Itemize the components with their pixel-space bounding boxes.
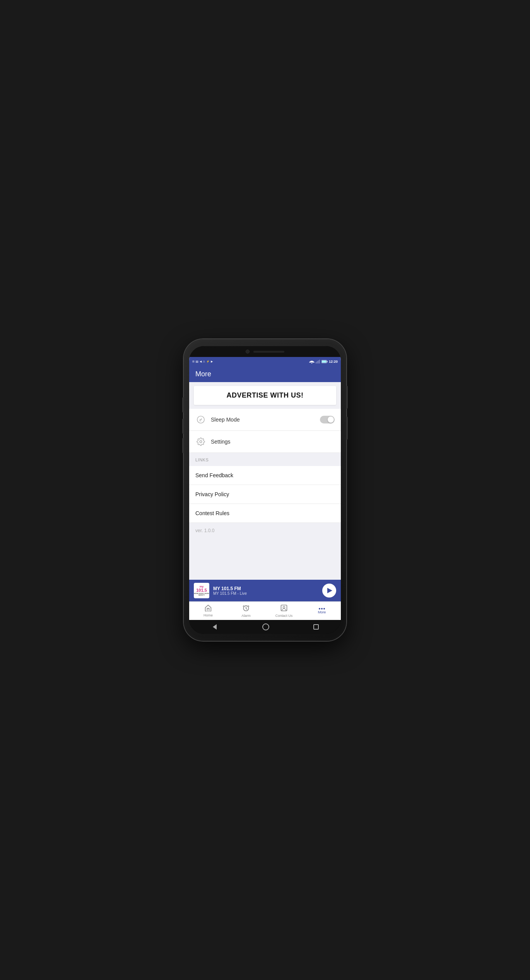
alarm-icon: [242, 604, 250, 613]
camera-dot: [246, 350, 250, 353]
play-icon: [327, 588, 332, 593]
send-feedback-item[interactable]: Send Feedback: [189, 466, 341, 485]
nav-item-contact-us[interactable]: Contact Us: [265, 602, 303, 620]
links-section-header: LINKS: [189, 453, 341, 466]
sleep-mode-item[interactable]: z z Sleep Mode: [189, 409, 341, 431]
bottom-nav: Home Alarm: [189, 601, 341, 620]
ad-banner[interactable]: ADVERTISE WITH US!: [194, 386, 336, 405]
nav-item-alarm[interactable]: Alarm: [227, 602, 265, 620]
sleep-mode-left: z z Sleep Mode: [195, 414, 240, 425]
settings-label: Settings: [211, 439, 231, 445]
svg-rect-3: [318, 360, 319, 364]
privacy-policy-item[interactable]: Privacy Policy: [189, 485, 341, 504]
nav-status-icon: ◀: [200, 360, 202, 363]
nav-label-home: Home: [203, 613, 213, 617]
status-right-icons: 12:20: [309, 360, 338, 364]
svg-rect-7: [322, 360, 326, 362]
contact-us-icon: [280, 604, 288, 613]
logo-line2: 101.5: [194, 588, 209, 592]
signal-icon: [316, 360, 320, 364]
links-heading: LINKS: [195, 458, 209, 462]
sleep-mode-label: Sleep Mode: [211, 417, 240, 423]
version-section: ver. 1.0.0: [189, 523, 341, 580]
status-time: 12:20: [329, 360, 338, 364]
home-icon: [204, 604, 212, 613]
svg-rect-2: [317, 361, 318, 364]
play-button[interactable]: [322, 584, 336, 598]
image-status-icon: 🖼: [196, 360, 198, 363]
logo-line1: my: [194, 585, 209, 588]
svg-rect-6: [327, 361, 328, 362]
svg-point-0: [311, 363, 312, 364]
battery-icon: [321, 360, 328, 364]
sleep-mode-icon: z z: [195, 414, 206, 425]
page-title: More: [195, 370, 211, 378]
nav-label-contact-us: Contact Us: [275, 614, 293, 618]
nav-item-more[interactable]: More: [303, 602, 341, 620]
svg-point-13: [283, 606, 285, 608]
station-logo: my 101.5 MORE MUSIC MORE VARIETY: [194, 583, 209, 598]
phone-screen: ⊞ 🖼 ◀ ⚠ ⚡ ▶: [189, 346, 341, 634]
station-subtitle: MY 101.5 FM - Live: [213, 591, 318, 596]
station-name: MY 101.5 FM: [213, 586, 318, 591]
status-left-icons: ⊞ 🖼 ◀ ⚠ ⚡ ▶: [192, 360, 213, 363]
station-info: MY 101.5 FM MY 101.5 FM - Live: [213, 586, 318, 596]
settings-item[interactable]: Settings: [189, 431, 341, 453]
now-playing-bar[interactable]: my 101.5 MORE MUSIC MORE VARIETY MY 101.…: [189, 580, 341, 601]
bolt-status-icon: ⚡: [206, 360, 210, 363]
screen: ⊞ 🖼 ◀ ⚠ ⚡ ▶: [189, 357, 341, 620]
send-feedback-label: Send Feedback: [195, 472, 233, 478]
svg-text:z: z: [201, 418, 202, 420]
recents-button[interactable]: [313, 624, 319, 630]
status-bar: ⊞ 🖼 ◀ ⚠ ⚡ ▶: [189, 357, 341, 366]
nav-label-alarm: Alarm: [241, 614, 251, 618]
version-text: ver. 1.0.0: [195, 528, 214, 533]
play-store-icon: ▶: [211, 360, 213, 363]
contest-rules-item[interactable]: Contest Rules: [189, 504, 341, 523]
home-button[interactable]: [262, 623, 269, 630]
privacy-policy-label: Privacy Policy: [195, 491, 229, 497]
logo-line3: MORE MUSIC MORE VARIETY: [194, 593, 209, 596]
svg-rect-1: [316, 362, 316, 364]
contest-rules-label: Contest Rules: [195, 510, 229, 516]
nav-item-home[interactable]: Home: [189, 602, 227, 620]
more-icon: [319, 608, 325, 610]
phone-nav-bar: [189, 620, 341, 634]
settings-icon: [195, 436, 206, 447]
svg-rect-4: [319, 360, 320, 364]
settings-left: Settings: [195, 436, 231, 447]
content-area: ADVERTISE WITH US! z z Sleep Mode: [189, 382, 341, 580]
wifi-icon: [309, 360, 315, 364]
phone-frame: ⊞ 🖼 ◀ ⚠ ⚡ ▶: [184, 339, 346, 641]
nav-label-more: More: [318, 610, 326, 614]
app-header: More: [189, 366, 341, 382]
phone-top-bar: [189, 346, 341, 357]
app-status-icon: ⊞: [192, 360, 195, 363]
sleep-mode-toggle[interactable]: [320, 416, 335, 423]
speaker-grille: [253, 351, 284, 353]
back-button[interactable]: [211, 623, 218, 630]
ad-text: ADVERTISE WITH US!: [226, 391, 303, 400]
warning-status-icon: ⚠: [203, 360, 205, 363]
